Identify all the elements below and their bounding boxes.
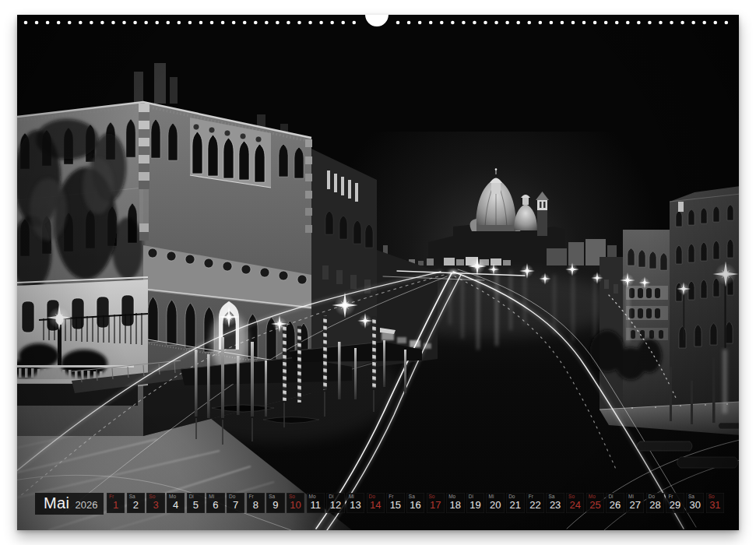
- calendar-day: Do 14: [367, 493, 385, 513]
- calendar-day: Sa 16: [406, 493, 424, 513]
- weekday-label: Mo: [309, 494, 316, 499]
- day-number: 31: [706, 499, 724, 511]
- calendar-day: Mi 13: [346, 493, 364, 513]
- day-number: 29: [666, 499, 684, 511]
- day-number: 16: [406, 499, 424, 511]
- day-number: 22: [526, 499, 544, 511]
- day-number: 23: [546, 499, 564, 511]
- calendar-day: Fr 8: [247, 493, 265, 513]
- calendar-day: Mi 6: [206, 493, 224, 513]
- calendar-day: Fr 22: [526, 493, 544, 513]
- calendar-day: So 3: [146, 493, 164, 513]
- day-number: 14: [367, 499, 385, 511]
- calendar-day: Mi 27: [626, 493, 644, 513]
- day-number: 28: [646, 499, 664, 511]
- calendar-day: Mo 18: [446, 493, 464, 513]
- weekday-label: Mi: [349, 494, 354, 499]
- weekday-label: Sa: [688, 494, 694, 499]
- calendar-day: So 24: [566, 493, 584, 513]
- weekday-label: Do: [369, 494, 375, 499]
- calendar-day: Mo 11: [307, 493, 325, 513]
- weekday-label: Mi: [488, 494, 494, 499]
- weekday-label: Sa: [548, 494, 554, 499]
- weekday-label: Di: [329, 494, 333, 499]
- day-number: 26: [606, 499, 624, 511]
- weekday-label: So: [429, 494, 435, 499]
- weekday-label: Di: [608, 494, 613, 499]
- calendar-day: Di 19: [466, 493, 484, 513]
- day-number: 4: [167, 499, 185, 511]
- day-number: 2: [127, 499, 145, 511]
- day-number: 1: [107, 499, 125, 511]
- weekday-label: So: [709, 494, 715, 499]
- calendar-day: Mo 25: [586, 493, 604, 513]
- day-number: 15: [386, 499, 404, 511]
- weekday-label: Do: [649, 494, 655, 499]
- day-number: 24: [566, 499, 584, 511]
- day-number: 3: [146, 499, 164, 511]
- weekday-label: Do: [229, 494, 235, 499]
- weekday-label: Do: [508, 494, 515, 499]
- weekday-label: Mi: [628, 494, 634, 499]
- day-number: 25: [586, 499, 604, 511]
- day-number: 20: [486, 499, 504, 511]
- day-number: 30: [686, 499, 704, 511]
- calendar-day: So 10: [287, 493, 304, 513]
- month-label: Mai 2026: [35, 493, 104, 515]
- weekday-label: Mo: [589, 494, 596, 499]
- weekday-label: So: [568, 494, 575, 499]
- day-number: 11: [307, 499, 325, 511]
- weekday-label: So: [289, 494, 295, 499]
- calendar-day: Di 5: [187, 493, 205, 513]
- calendar-page: Mai 2026 Fr 1 Sa 2 So 3 Mo 4 Di 5 Mi 6 D…: [17, 15, 739, 530]
- day-number: 5: [187, 499, 205, 511]
- weekday-label: Fr: [389, 494, 393, 499]
- day-number: 21: [506, 499, 524, 511]
- day-number: 9: [266, 499, 284, 511]
- calendar-day: Fr 29: [666, 493, 684, 513]
- vignette: [17, 15, 739, 530]
- weekday-label: Sa: [129, 494, 135, 499]
- weekday-label: Mo: [448, 494, 455, 499]
- weekday-label: Fr: [529, 494, 533, 499]
- day-number: 17: [427, 499, 445, 511]
- weekday-label: Di: [469, 494, 473, 499]
- calendar-day: Sa 23: [546, 493, 564, 513]
- calendar-day: Fr 1: [107, 493, 125, 513]
- year-label: 2026: [75, 499, 97, 511]
- calendar-day: Di 26: [606, 493, 624, 513]
- calendar-day: Mi 20: [486, 493, 504, 513]
- calendar-day: Di 12: [326, 493, 344, 513]
- day-number: 7: [227, 499, 244, 511]
- weekday-label: Mi: [209, 494, 214, 499]
- weekday-label: Fr: [668, 494, 673, 499]
- weekday-label: Sa: [409, 494, 415, 499]
- day-number: 18: [446, 499, 464, 511]
- day-number: 6: [206, 499, 224, 511]
- calendar-day: Sa 30: [686, 493, 704, 513]
- calendar-day: Do 7: [227, 493, 244, 513]
- weekday-label: So: [149, 494, 155, 499]
- day-number: 10: [287, 499, 304, 511]
- calendar-product-mockup: Mai 2026 Fr 1 Sa 2 So 3 Mo 4 Di 5 Mi 6 D…: [0, 0, 756, 545]
- calendar-day: Do 28: [646, 493, 664, 513]
- day-number: 13: [346, 499, 364, 511]
- weekday-label: Fr: [109, 494, 114, 499]
- calendar-day: Sa 2: [127, 493, 145, 513]
- calendar-day: So 17: [427, 493, 445, 513]
- day-number: 8: [247, 499, 265, 511]
- day-number: 27: [626, 499, 644, 511]
- month-name: Mai: [44, 493, 69, 514]
- weekday-label: Mo: [169, 494, 176, 499]
- day-number: 19: [466, 499, 484, 511]
- calendar-strip: Mai 2026 Fr 1 Sa 2 So 3 Mo 4 Di 5 Mi 6 D…: [17, 493, 739, 516]
- calendar-day: Sa 9: [266, 493, 284, 513]
- calendar-day: Fr 15: [386, 493, 404, 513]
- calendar-day: Mo 4: [167, 493, 185, 513]
- day-number: 12: [326, 499, 344, 511]
- venice-night-photo: [17, 15, 739, 530]
- weekday-label: Di: [189, 494, 194, 499]
- weekday-label: Sa: [269, 494, 275, 499]
- calendar-day: Do 21: [506, 493, 524, 513]
- day-row: Fr 1 Sa 2 So 3 Mo 4 Di 5 Mi 6 Do 7 Fr 8 …: [107, 493, 724, 513]
